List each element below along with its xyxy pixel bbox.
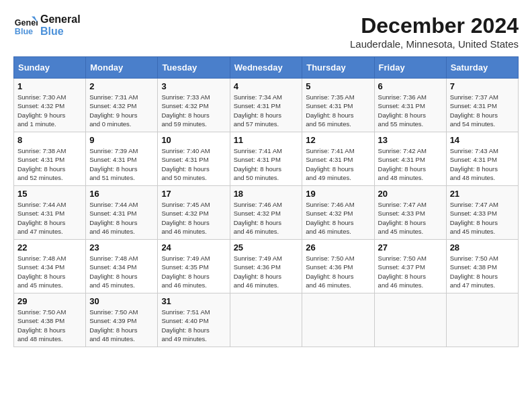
- day-info: Sunrise: 7:34 AMSunset: 4:31 PMDaylight:…: [234, 93, 299, 128]
- day-number: 21: [450, 189, 515, 199]
- day-info: Sunrise: 7:42 AMSunset: 4:31 PMDaylight:…: [378, 146, 443, 182]
- day-info: Sunrise: 7:51 AMSunset: 4:40 PMDaylight:…: [161, 308, 226, 343]
- day-info: Sunrise: 7:46 AMSunset: 4:32 PMDaylight:…: [234, 200, 299, 236]
- week-row-1: 1Sunrise: 7:30 AMSunset: 4:32 PMDaylight…: [14, 79, 519, 132]
- day-number: 30: [89, 296, 154, 306]
- header: General Blue General Blue December 2024 …: [13, 13, 519, 50]
- calendar-cell: [374, 293, 446, 347]
- calendar-cell: 18Sunrise: 7:46 AMSunset: 4:32 PMDayligh…: [230, 186, 302, 240]
- calendar-cell: 31Sunrise: 7:51 AMSunset: 4:40 PMDayligh…: [158, 293, 230, 347]
- day-number: 13: [378, 135, 443, 145]
- calendar-cell: 28Sunrise: 7:50 AMSunset: 4:38 PMDayligh…: [446, 240, 518, 293]
- logo-icon: General Blue: [13, 13, 38, 38]
- calendar-cell: 8Sunrise: 7:38 AMSunset: 4:31 PMDaylight…: [14, 132, 86, 186]
- day-number: 15: [17, 189, 82, 199]
- day-info: Sunrise: 7:49 AMSunset: 4:35 PMDaylight:…: [161, 254, 226, 289]
- logo-line2: Blue: [40, 26, 81, 38]
- calendar-cell: [446, 293, 518, 347]
- day-info: Sunrise: 7:40 AMSunset: 4:31 PMDaylight:…: [161, 146, 226, 182]
- day-number: 20: [378, 189, 443, 199]
- day-number: 16: [89, 189, 154, 199]
- day-number: 9: [89, 135, 154, 145]
- day-info: Sunrise: 7:45 AMSunset: 4:32 PMDaylight:…: [161, 200, 226, 236]
- header-saturday: Saturday: [446, 57, 518, 79]
- day-number: 2: [89, 81, 154, 91]
- calendar-cell: 3Sunrise: 7:33 AMSunset: 4:32 PMDaylight…: [158, 79, 230, 132]
- day-info: Sunrise: 7:43 AMSunset: 4:31 PMDaylight:…: [450, 146, 515, 182]
- calendar-cell: 24Sunrise: 7:49 AMSunset: 4:35 PMDayligh…: [158, 240, 230, 293]
- day-number: 4: [234, 81, 299, 91]
- header-thursday: Thursday: [302, 57, 374, 79]
- week-row-2: 8Sunrise: 7:38 AMSunset: 4:31 PMDaylight…: [14, 132, 519, 186]
- day-number: 11: [234, 135, 299, 145]
- day-info: Sunrise: 7:48 AMSunset: 4:34 PMDaylight:…: [89, 254, 154, 289]
- calendar-cell: 14Sunrise: 7:43 AMSunset: 4:31 PMDayligh…: [446, 132, 518, 186]
- day-number: 29: [17, 296, 82, 306]
- day-info: Sunrise: 7:46 AMSunset: 4:32 PMDaylight:…: [306, 200, 370, 236]
- day-number: 12: [306, 135, 370, 145]
- day-number: 22: [17, 242, 82, 253]
- calendar-cell: [302, 293, 374, 347]
- day-number: 24: [161, 242, 226, 253]
- header-row: SundayMondayTuesdayWednesdayThursdayFrid…: [14, 57, 519, 79]
- day-info: Sunrise: 7:50 AMSunset: 4:39 PMDaylight:…: [89, 308, 154, 343]
- day-info: Sunrise: 7:47 AMSunset: 4:33 PMDaylight:…: [450, 200, 515, 236]
- calendar-cell: 5Sunrise: 7:35 AMSunset: 4:31 PMDaylight…: [302, 79, 374, 132]
- calendar-cell: 29Sunrise: 7:50 AMSunset: 4:38 PMDayligh…: [14, 293, 86, 347]
- day-number: 7: [450, 81, 515, 91]
- week-row-5: 29Sunrise: 7:50 AMSunset: 4:38 PMDayligh…: [14, 293, 519, 347]
- calendar-cell: [230, 293, 302, 347]
- day-number: 31: [161, 296, 226, 306]
- day-number: 28: [450, 242, 515, 253]
- day-number: 1: [17, 81, 82, 91]
- day-number: 5: [306, 81, 370, 91]
- calendar-cell: 19Sunrise: 7:46 AMSunset: 4:32 PMDayligh…: [302, 186, 374, 240]
- day-info: Sunrise: 7:48 AMSunset: 4:34 PMDaylight:…: [17, 254, 82, 289]
- calendar-cell: 1Sunrise: 7:30 AMSunset: 4:32 PMDaylight…: [14, 79, 86, 132]
- day-number: 25: [234, 242, 299, 253]
- day-info: Sunrise: 7:31 AMSunset: 4:32 PMDaylight:…: [89, 93, 154, 128]
- header-monday: Monday: [86, 57, 158, 79]
- week-row-3: 15Sunrise: 7:44 AMSunset: 4:31 PMDayligh…: [14, 186, 519, 240]
- header-friday: Friday: [374, 57, 446, 79]
- day-info: Sunrise: 7:44 AMSunset: 4:31 PMDaylight:…: [89, 200, 154, 236]
- day-number: 19: [306, 189, 370, 199]
- day-info: Sunrise: 7:35 AMSunset: 4:31 PMDaylight:…: [306, 93, 370, 128]
- calendar-cell: 12Sunrise: 7:41 AMSunset: 4:31 PMDayligh…: [302, 132, 374, 186]
- day-info: Sunrise: 7:44 AMSunset: 4:31 PMDaylight:…: [17, 200, 82, 236]
- day-info: Sunrise: 7:50 AMSunset: 4:36 PMDaylight:…: [306, 254, 370, 289]
- day-info: Sunrise: 7:39 AMSunset: 4:31 PMDaylight:…: [89, 146, 154, 182]
- calendar-cell: 26Sunrise: 7:50 AMSunset: 4:36 PMDayligh…: [302, 240, 374, 293]
- day-number: 14: [450, 135, 515, 145]
- calendar-cell: 22Sunrise: 7:48 AMSunset: 4:34 PMDayligh…: [14, 240, 86, 293]
- day-number: 3: [161, 81, 226, 91]
- day-info: Sunrise: 7:38 AMSunset: 4:31 PMDaylight:…: [17, 146, 82, 182]
- day-number: 26: [306, 242, 370, 253]
- day-number: 10: [161, 135, 226, 145]
- calendar-cell: 6Sunrise: 7:36 AMSunset: 4:31 PMDaylight…: [374, 79, 446, 132]
- calendar-cell: 20Sunrise: 7:47 AMSunset: 4:33 PMDayligh…: [374, 186, 446, 240]
- header-tuesday: Tuesday: [158, 57, 230, 79]
- day-number: 23: [89, 242, 154, 253]
- logo-line1: General: [40, 13, 81, 26]
- day-info: Sunrise: 7:49 AMSunset: 4:36 PMDaylight:…: [234, 254, 299, 289]
- svg-text:Blue: Blue: [15, 27, 33, 36]
- day-info: Sunrise: 7:50 AMSunset: 4:37 PMDaylight:…: [378, 254, 443, 289]
- calendar-cell: 27Sunrise: 7:50 AMSunset: 4:37 PMDayligh…: [374, 240, 446, 293]
- day-info: Sunrise: 7:30 AMSunset: 4:32 PMDaylight:…: [17, 93, 82, 128]
- calendar-cell: 7Sunrise: 7:37 AMSunset: 4:31 PMDaylight…: [446, 79, 518, 132]
- day-number: 17: [161, 189, 226, 199]
- logo: General Blue General Blue: [13, 13, 81, 38]
- day-number: 18: [234, 189, 299, 199]
- day-info: Sunrise: 7:47 AMSunset: 4:33 PMDaylight:…: [378, 200, 443, 236]
- calendar-cell: 21Sunrise: 7:47 AMSunset: 4:33 PMDayligh…: [446, 186, 518, 240]
- calendar-cell: 10Sunrise: 7:40 AMSunset: 4:31 PMDayligh…: [158, 132, 230, 186]
- day-info: Sunrise: 7:36 AMSunset: 4:31 PMDaylight:…: [378, 93, 443, 128]
- calendar-cell: 2Sunrise: 7:31 AMSunset: 4:32 PMDaylight…: [86, 79, 158, 132]
- day-info: Sunrise: 7:50 AMSunset: 4:38 PMDaylight:…: [450, 254, 515, 289]
- day-info: Sunrise: 7:37 AMSunset: 4:31 PMDaylight:…: [450, 93, 515, 128]
- header-wednesday: Wednesday: [230, 57, 302, 79]
- title-area: December 2024 Lauderdale, Minnesota, Uni…: [350, 13, 519, 50]
- calendar-title: December 2024: [350, 13, 519, 38]
- calendar-cell: 15Sunrise: 7:44 AMSunset: 4:31 PMDayligh…: [14, 186, 86, 240]
